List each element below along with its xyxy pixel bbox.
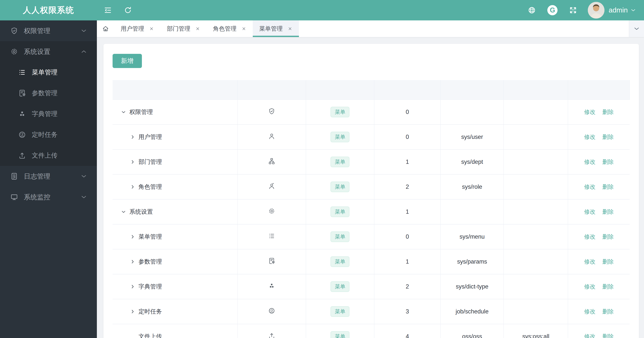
table-row: 参数管理 菜单 1 sys/params 修改 删除 (112, 249, 630, 274)
delete-link[interactable]: 删除 (602, 159, 614, 165)
delete-link[interactable]: 删除 (602, 308, 614, 315)
menu-name: 参数管理 (138, 258, 162, 266)
tab-bar: 用户管理 部门管理 角色管理 菜单管理 (97, 20, 644, 37)
table-column-header[interactable] (306, 80, 374, 100)
sidebar-item[interactable]: 菜单管理 (0, 62, 97, 83)
caret-right-icon[interactable] (130, 159, 136, 165)
chevron-up-icon (80, 48, 87, 55)
table-header-row (112, 80, 630, 100)
sort-value: 0 (406, 134, 409, 140)
fullscreen-icon[interactable] (569, 6, 577, 14)
caret-right-icon[interactable] (130, 184, 136, 190)
name-cell: 参数管理 (113, 250, 237, 274)
table-column-header[interactable] (374, 80, 440, 100)
sidebar-item[interactable]: 权限管理 (0, 20, 97, 41)
table-column-header[interactable] (440, 80, 504, 100)
tab-close-icon[interactable] (288, 26, 292, 31)
caret-down-icon[interactable] (121, 209, 126, 215)
caret-right-icon[interactable] (130, 284, 136, 289)
edit-link[interactable]: 修改 (584, 109, 596, 115)
caret-down-icon[interactable] (121, 109, 126, 115)
gitee-icon[interactable]: G (547, 5, 558, 15)
user-chevron-down-icon (630, 7, 636, 13)
menu-name: 权限管理 (130, 108, 153, 116)
list-icon (268, 232, 275, 240)
table-column-header[interactable] (112, 80, 238, 100)
sidebar-item-label: 参数管理 (32, 89, 58, 98)
table-column-header[interactable] (504, 80, 568, 100)
shield-check-icon (268, 108, 275, 115)
delete-link[interactable]: 删除 (602, 283, 614, 290)
type-badge: 菜单 (330, 157, 350, 167)
type-badge: 菜单 (330, 132, 350, 142)
delete-link[interactable]: 删除 (602, 233, 614, 240)
route-value: sys/dict-type (456, 283, 488, 290)
name-cell: 权限管理 (113, 100, 237, 124)
route-value: sys/params (457, 258, 487, 265)
edit-link[interactable]: 修改 (584, 283, 596, 290)
caret-right-icon[interactable] (130, 259, 136, 265)
delete-link[interactable]: 删除 (602, 258, 614, 265)
edit-link[interactable]: 修改 (584, 134, 596, 140)
edit-link[interactable]: 修改 (584, 159, 596, 165)
caret-right-icon[interactable] (130, 234, 136, 240)
tab[interactable]: 用户管理 (114, 20, 160, 37)
gear-icon (10, 48, 18, 56)
avatar[interactable] (588, 2, 604, 18)
edit-link[interactable]: 修改 (584, 333, 596, 338)
sidebar-item[interactable]: 定时任务 (0, 124, 97, 145)
route-value: sys/dept (461, 159, 483, 165)
delete-link[interactable]: 删除 (602, 134, 614, 140)
edit-link[interactable]: 修改 (584, 209, 596, 215)
table-column-header[interactable] (238, 80, 306, 100)
sidebar-fold-icon[interactable] (104, 6, 112, 14)
tab-close-icon[interactable] (195, 26, 200, 31)
sidebar-item[interactable]: 系统设置 (0, 41, 97, 62)
table-row: 用户管理 菜单 0 sys/user 修改 删除 (112, 125, 630, 150)
edit-link[interactable]: 修改 (584, 308, 596, 315)
app-header: 人人权限系统 G admin (0, 0, 644, 20)
delete-link[interactable]: 删除 (602, 209, 614, 215)
delete-link[interactable]: 删除 (602, 333, 614, 338)
refresh-icon[interactable] (124, 6, 132, 14)
route-value: job/schedule (456, 308, 488, 315)
app-title: 人人权限系统 (0, 5, 97, 16)
sidebar-item[interactable]: 字典管理 (0, 104, 97, 124)
doc-shield-icon (268, 257, 275, 265)
table-row: 文件上传 菜单 4 oss/oss sys:oss:all 修改 删除 (112, 324, 630, 338)
add-button[interactable]: 新增 (112, 54, 142, 68)
doc-shield-icon (18, 89, 26, 97)
caret-right-icon[interactable] (130, 309, 136, 314)
language-globe-icon[interactable] (528, 6, 536, 14)
sort-value: 4 (406, 333, 409, 338)
tab[interactable]: 角色管理 (206, 20, 253, 37)
tab-home[interactable] (97, 20, 114, 37)
name-cell: 系统设置 (113, 200, 237, 224)
sidebar-item[interactable]: 日志管理 (0, 166, 97, 187)
shield-check-icon (10, 27, 18, 35)
sidebar-item[interactable]: 文件上传 (0, 145, 97, 166)
user-menu[interactable]: admin (588, 2, 636, 18)
sidebar-item[interactable]: 参数管理 (0, 83, 97, 104)
tab[interactable]: 部门管理 (160, 20, 206, 37)
blocks-icon (18, 110, 26, 118)
sidebar-item[interactable]: 系统监控 (0, 187, 97, 207)
header-right: G admin (522, 2, 644, 18)
route-value: sys/menu (460, 233, 485, 240)
type-badge: 菜单 (330, 306, 350, 317)
name-cell: 定时任务 (113, 300, 237, 324)
tab-close-icon[interactable] (149, 26, 154, 31)
table-row: 角色管理 菜单 2 sys/role 修改 删除 (112, 174, 630, 199)
delete-link[interactable]: 删除 (602, 184, 614, 190)
table-column-header[interactable] (568, 80, 630, 100)
type-badge: 菜单 (330, 107, 350, 117)
menu-name: 文件上传 (138, 333, 162, 338)
edit-link[interactable]: 修改 (584, 184, 596, 190)
tab-overflow-button[interactable] (629, 20, 644, 37)
edit-link[interactable]: 修改 (584, 258, 596, 265)
edit-link[interactable]: 修改 (584, 233, 596, 240)
caret-right-icon[interactable] (130, 134, 136, 140)
tab-close-icon[interactable] (242, 26, 246, 31)
tab[interactable]: 菜单管理 (253, 20, 299, 37)
delete-link[interactable]: 删除 (602, 109, 614, 115)
